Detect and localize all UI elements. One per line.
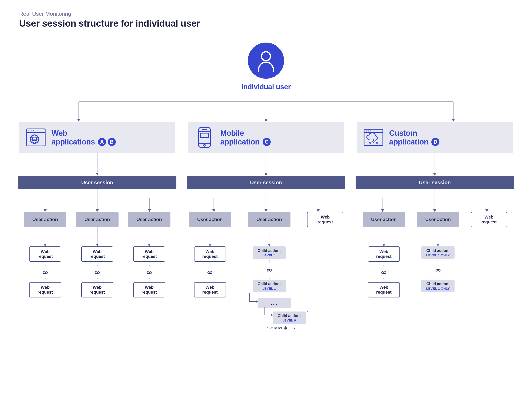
app-title-line2: application [389, 138, 429, 146]
column-mobile: Mobile application C User session [188, 122, 344, 330]
infinity-icon: ∞ [266, 265, 272, 274]
badge-c: C [263, 138, 271, 146]
user-action-node: User action [363, 212, 405, 227]
infinity-icon: ∞ [42, 268, 48, 277]
eyebrow: Real User Monitoring [19, 11, 513, 17]
android-icon [284, 326, 287, 330]
badge-d: D [431, 138, 439, 146]
app-title-line1: Mobile [220, 129, 244, 138]
asterisk-icon: * [307, 310, 308, 315]
diagram-canvas: Real User Monitoring User session struct… [0, 0, 532, 403]
web-request-node: Webrequest [81, 246, 113, 262]
svg-point-12 [31, 130, 32, 132]
user-action-node: User action [76, 212, 119, 227]
user-action-node: User action [128, 212, 171, 227]
infinity-icon: ∞ [146, 268, 152, 277]
app-card-mobile: Mobile application C [188, 122, 344, 153]
web-request-node: Webrequest [368, 246, 400, 262]
svg-marker-8 [452, 119, 455, 122]
infinity-icon: ∞ [435, 265, 441, 274]
session-bar: User session [187, 176, 345, 189]
svg-rect-30 [200, 133, 209, 138]
user-action-node: User action [189, 212, 231, 227]
badge-a: A [98, 138, 106, 146]
app-title-line2: applications [51, 138, 95, 146]
app-title-line1: Custom [389, 129, 417, 138]
web-request-node: Webrequest [471, 212, 507, 227]
svg-point-29 [204, 145, 206, 146]
web-request-node: Webrequest [368, 282, 400, 297]
root-node: Individual user [241, 43, 291, 91]
child-action-node: Child action: LEVEL 1 ONLY [421, 280, 455, 292]
web-request-node: Webrequest [194, 282, 226, 297]
session-bar: User session [356, 176, 514, 189]
infinity-icon: ∞ [207, 268, 213, 277]
app-card-web: Web applications A B [19, 122, 175, 153]
web-request-node: Webrequest [307, 212, 343, 227]
child-action-node: Child action: LEVEL 1 [253, 280, 286, 292]
svg-point-41 [370, 130, 371, 132]
globe-browser-icon [25, 128, 46, 147]
badge-b: B [108, 138, 116, 146]
svg-point-43 [369, 143, 370, 144]
ios-label: iOS [289, 326, 295, 330]
web-request-node: Webrequest [133, 282, 165, 297]
web-request-node: Webrequest [194, 246, 226, 262]
app-title-line2: application [220, 138, 260, 146]
user-action-node: User action [248, 212, 291, 227]
app-card-custom: Custom application D [357, 122, 513, 153]
page-title: User session structure for individual us… [19, 18, 513, 29]
svg-point-0 [261, 52, 271, 61]
svg-point-47 [376, 143, 378, 144]
ellipsis-node: ... [258, 298, 291, 308]
app-title-line1: Web [51, 129, 67, 138]
svg-point-11 [29, 130, 30, 132]
columns: Web applications A B [19, 122, 513, 330]
user-action-node: User action [417, 212, 459, 227]
cloud-custom-icon [363, 128, 384, 147]
column-web: Web applications A B [19, 122, 175, 330]
web-request-node: Webrequest [29, 282, 61, 297]
user-icon [248, 43, 284, 79]
child-action-node: Child action: LEVEL 9 [272, 311, 306, 324]
web-request-node: Webrequest [133, 246, 165, 262]
web-request-node: Webrequest [29, 246, 61, 262]
child-action-node: Child action: LEVEL 1 ONLY [421, 246, 455, 259]
child-action-node: Child action: LEVEL 1 [253, 246, 286, 259]
infinity-icon: ∞ [95, 268, 100, 277]
column-custom: Custom application D User session [357, 122, 513, 330]
root-label: Individual user [241, 82, 291, 91]
svg-marker-6 [77, 119, 80, 122]
svg-point-40 [368, 130, 369, 132]
session-bar: User session [18, 176, 176, 189]
web-request-node: Webrequest [81, 282, 113, 297]
footnote: * Valid for iOS [267, 326, 295, 330]
svg-point-39 [366, 130, 367, 132]
svg-point-13 [33, 130, 34, 132]
user-action-node: User action [24, 212, 66, 227]
svg-marker-7 [264, 119, 268, 122]
svg-point-45 [373, 141, 374, 143]
infinity-icon: ∞ [381, 268, 387, 277]
mobile-device-icon [194, 128, 215, 147]
